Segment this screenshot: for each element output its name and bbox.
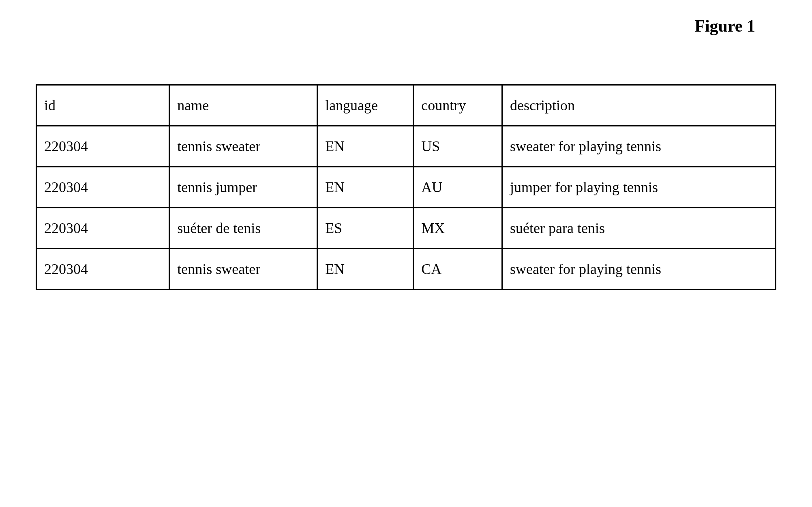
cell-country: US bbox=[413, 126, 502, 167]
cell-id: 220304 bbox=[36, 208, 169, 249]
cell-country: CA bbox=[413, 249, 502, 290]
cell-name: suéter de tenis bbox=[169, 208, 317, 249]
header-description: description bbox=[502, 85, 776, 126]
table-row: 220304 suéter de tenis ES MX suéter para… bbox=[36, 208, 776, 249]
header-country: country bbox=[413, 85, 502, 126]
cell-country: AU bbox=[413, 167, 502, 208]
cell-description: sweater for playing tennis bbox=[502, 126, 776, 167]
cell-name: tennis sweater bbox=[169, 249, 317, 290]
header-id: id bbox=[36, 85, 169, 126]
table-header-row: id name language country description bbox=[36, 85, 776, 126]
cell-id: 220304 bbox=[36, 249, 169, 290]
cell-language: EN bbox=[317, 167, 413, 208]
table-row: 220304 tennis jumper EN AU jumper for pl… bbox=[36, 167, 776, 208]
table-row: 220304 tennis sweater EN US sweater for … bbox=[36, 126, 776, 167]
cell-country: MX bbox=[413, 208, 502, 249]
cell-id: 220304 bbox=[36, 126, 169, 167]
figure-title: Figure 1 bbox=[16, 16, 796, 36]
cell-description: jumper for playing tennis bbox=[502, 167, 776, 208]
cell-language: EN bbox=[317, 126, 413, 167]
cell-description: sweater for playing tennis bbox=[502, 249, 776, 290]
cell-id: 220304 bbox=[36, 167, 169, 208]
cell-language: EN bbox=[317, 249, 413, 290]
cell-name: tennis jumper bbox=[169, 167, 317, 208]
header-name: name bbox=[169, 85, 317, 126]
cell-language: ES bbox=[317, 208, 413, 249]
cell-name: tennis sweater bbox=[169, 126, 317, 167]
data-table: id name language country description 220… bbox=[36, 84, 776, 290]
header-language: language bbox=[317, 85, 413, 126]
cell-description: suéter para tenis bbox=[502, 208, 776, 249]
table-row: 220304 tennis sweater EN CA sweater for … bbox=[36, 249, 776, 290]
